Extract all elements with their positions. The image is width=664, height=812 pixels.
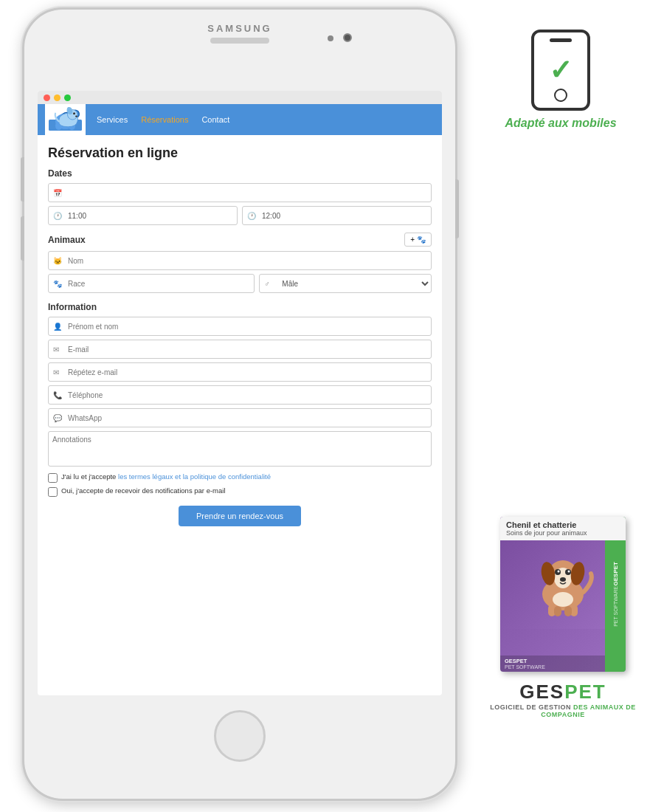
phone-icon: 📞 — [53, 391, 62, 399]
annotations-textarea[interactable] — [48, 431, 432, 467]
time2-input-group: 🕐 — [242, 206, 432, 225]
gespet-tagline-prefix: LOGICIEL DE GESTION — [490, 703, 573, 711]
animal-details-row: 🐾 ♂ Mâle Femelle — [48, 274, 432, 293]
svg-point-13 — [75, 115, 77, 117]
email-repeat-input-group: ✉ — [48, 362, 432, 382]
product-brand-side: GESPET — [612, 562, 619, 585]
fullname-input-group: 👤 — [48, 317, 432, 336]
notifications-checkbox-group: Oui, j'accepte de recevoir des notificat… — [48, 486, 432, 497]
time2-input[interactable] — [242, 206, 432, 225]
animal-name-group: 🐱 — [48, 251, 432, 270]
gespet-tagline: LOGICIEL DE GESTION DES ANIMAUX DE COMPA… — [478, 703, 648, 718]
gespet-box: Chenil et chatterie Soins de jour pour a… — [478, 517, 648, 718]
product-box: Chenil et chatterie Soins de jour pour a… — [500, 517, 626, 672]
product-brand-sub-side: PET SOFTWARE — [613, 586, 618, 627]
page-title: Réservation en ligne — [48, 145, 432, 161]
email-icon: ✉ — [53, 345, 59, 354]
nav-links: Services Réservations Contact — [97, 115, 229, 124]
clock-icon-2: 🕐 — [247, 212, 256, 220]
brand-label: SAMSUNG — [207, 23, 272, 34]
mobile-icon-container: ✓ Adapté aux mobiles — [472, 30, 649, 130]
website-content: Services Réservations Contact Réservatio… — [38, 104, 442, 695]
power-button — [455, 179, 459, 238]
home-button[interactable] — [214, 710, 266, 762]
phone-screen: Services Réservations Contact Réservatio… — [38, 91, 442, 695]
annotations-group — [48, 431, 432, 468]
submit-button[interactable]: Prendre un rendez-vous — [179, 506, 301, 526]
animal-race-input[interactable] — [48, 274, 255, 293]
dog-svg — [522, 551, 604, 618]
gespet-name: GESPET — [478, 681, 648, 703]
close-dot[interactable] — [44, 94, 50, 101]
date-input-group: 📅 — [48, 183, 432, 202]
gespet-name-part1: GES — [519, 681, 564, 703]
mobile-phone-icon: ✓ — [531, 30, 590, 111]
animal-gender-select[interactable]: Mâle Femelle — [259, 274, 432, 293]
maximize-dot[interactable] — [64, 94, 71, 101]
gespet-name-part2: PET — [564, 681, 606, 703]
volume-down-button — [21, 216, 24, 261]
fullname-input[interactable] — [48, 317, 432, 336]
right-panel: ✓ Adapté aux mobiles — [472, 30, 649, 137]
sensor — [328, 35, 333, 41]
whatsapp-input[interactable] — [48, 408, 432, 427]
animal-gender-group: ♂ Mâle Femelle — [259, 274, 432, 293]
product-bottom-sub: PET SOFTWARE — [505, 664, 601, 670]
date-input[interactable] — [48, 183, 432, 202]
add-animal-button[interactable]: + 🐾 — [404, 233, 432, 247]
svg-rect-27 — [564, 606, 572, 616]
time1-input[interactable] — [48, 206, 238, 225]
checkmark-icon: ✓ — [549, 54, 573, 86]
whatsapp-icon: 💬 — [53, 414, 62, 422]
terms-link[interactable]: les termes légaux et la politique de con… — [118, 472, 271, 481]
product-bottom-brand: GESPET — [505, 658, 601, 664]
phone-input[interactable] — [48, 385, 432, 405]
notifications-label: Oui, j'accepte de recevoir des notificat… — [61, 486, 226, 495]
nav-contact[interactable]: Contact — [201, 115, 229, 124]
terms-checkbox[interactable] — [48, 473, 58, 483]
camera — [343, 33, 352, 42]
nav-bar: Services Réservations Contact — [38, 104, 442, 135]
animals-section-label: Animaux — [48, 235, 86, 245]
animals-section-header: Animaux + 🐾 — [48, 233, 432, 247]
email-repeat-icon: ✉ — [53, 368, 59, 376]
terms-checkbox-group: J'ai lu et j'accepte les termes légaux e… — [48, 472, 432, 483]
plus-icon: + — [410, 235, 415, 244]
email-repeat-input[interactable] — [48, 362, 432, 382]
calendar-icon: 📅 — [53, 189, 62, 197]
product-title: Chenil et chatterie — [506, 520, 604, 529]
svg-point-23 — [560, 577, 566, 582]
email-input[interactable] — [48, 340, 432, 359]
whatsapp-input-group: 💬 — [48, 408, 432, 427]
time1-input-group: 🕐 — [48, 206, 238, 225]
person-icon: 👤 — [53, 323, 62, 331]
svg-point-12 — [73, 112, 75, 114]
svg-point-21 — [558, 571, 560, 573]
nav-services[interactable]: Services — [97, 115, 128, 124]
information-section-label: Information — [48, 302, 432, 312]
phone-input-group: 📞 — [48, 385, 432, 405]
screen-content: Réservation en ligne Dates 📅 🕐 🕐 — [38, 135, 442, 537]
svg-point-22 — [568, 571, 570, 573]
dates-section-label: Dates — [48, 168, 432, 179]
mobile-label: Adapté aux mobiles — [505, 117, 616, 130]
minimize-dot[interactable] — [54, 94, 60, 101]
svg-point-28 — [553, 592, 573, 607]
paw-icon: 🐾 — [417, 235, 426, 244]
nav-reservations[interactable]: Réservations — [141, 115, 188, 124]
speaker — [210, 38, 269, 44]
animal-name-input[interactable] — [48, 251, 432, 270]
gender-icon: ♂ — [264, 280, 270, 288]
terms-label: J'ai lu et j'accepte les termes légaux e… — [61, 472, 271, 481]
phone-shell: SAMSUNG — [22, 7, 457, 801]
volume-up-button — [21, 157, 24, 202]
email-input-group: ✉ — [48, 340, 432, 359]
time-inputs-row: 🕐 🕐 — [48, 206, 432, 225]
window-controls — [38, 91, 442, 104]
cat-icon: 🐱 — [53, 257, 62, 265]
clock-icon-1: 🕐 — [53, 212, 62, 220]
notifications-checkbox[interactable] — [48, 487, 58, 497]
gespet-brand: GESPET LOGICIEL DE GESTION DES ANIMAUX D… — [478, 681, 648, 718]
paw-icon-2: 🐾 — [53, 280, 62, 288]
animal-race-group: 🐾 — [48, 274, 255, 293]
